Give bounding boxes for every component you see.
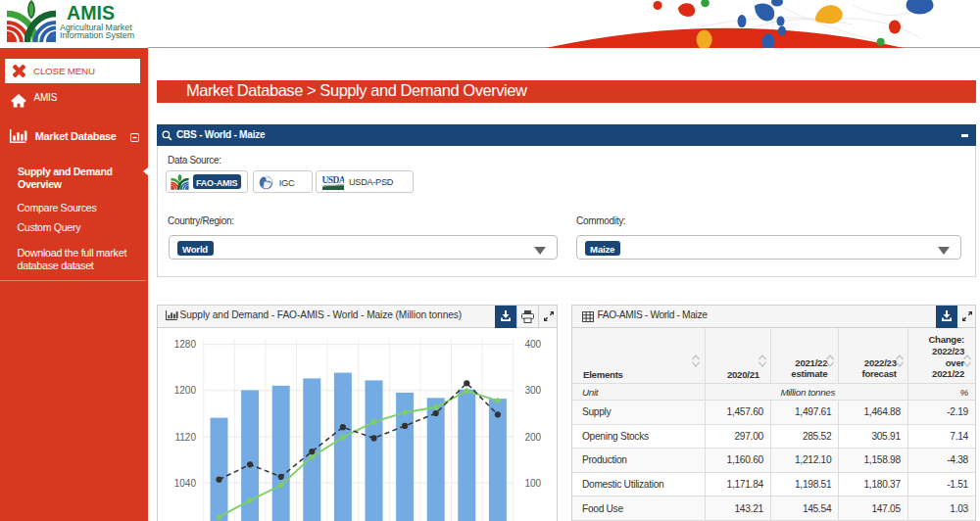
svg-text:1280: 1280	[174, 339, 197, 350]
svg-text:1120: 1120	[174, 431, 196, 442]
svg-text:1200: 1200	[174, 385, 197, 396]
svg-text:200: 200	[525, 431, 542, 442]
svg-text:AMIS: AMIS	[67, 2, 115, 24]
svg-text:1040: 1040	[174, 477, 197, 488]
svg-text:100: 100	[525, 477, 542, 488]
svg-text:300: 300	[525, 385, 542, 396]
svg-text:400: 400	[525, 339, 542, 350]
svg-text:Information System: Information System	[60, 30, 134, 40]
svg-text:USDA: USDA	[322, 175, 344, 185]
